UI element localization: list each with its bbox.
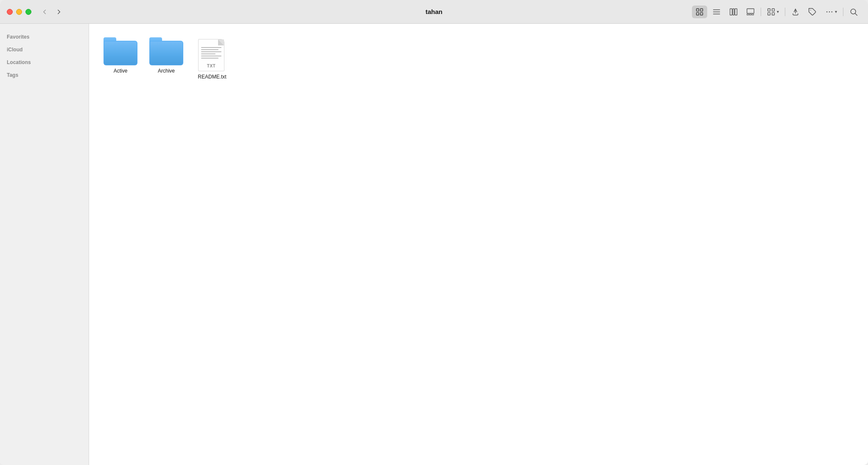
svg-rect-10 bbox=[747, 8, 754, 13]
list-icon bbox=[712, 8, 721, 16]
sidebar-section-icloud: iCloud bbox=[0, 45, 89, 54]
separator-3 bbox=[843, 8, 843, 16]
file-label-active: Active bbox=[114, 68, 128, 75]
svg-rect-16 bbox=[768, 12, 770, 15]
sidebar-section-favorites: Favorites bbox=[0, 32, 89, 42]
more-icon bbox=[825, 8, 834, 16]
main-area: Favorites iCloud Locations Tags Active bbox=[0, 24, 868, 465]
more-button[interactable]: ▾ bbox=[822, 6, 840, 18]
share-button[interactable] bbox=[788, 6, 803, 18]
file-label-readme: README.txt bbox=[198, 74, 226, 81]
svg-point-19 bbox=[829, 11, 830, 12]
svg-rect-2 bbox=[697, 12, 699, 15]
search-icon bbox=[849, 8, 858, 16]
share-icon bbox=[791, 8, 800, 16]
file-item-readme[interactable]: TXT README.txt bbox=[191, 34, 233, 84]
svg-point-20 bbox=[826, 11, 828, 12]
separator-2 bbox=[785, 8, 785, 16]
svg-rect-12 bbox=[750, 14, 751, 15]
txt-file-icon: TXT bbox=[198, 37, 226, 71]
folder-icon-active bbox=[104, 37, 137, 65]
gallery-icon bbox=[746, 8, 755, 16]
folder-icon-archive bbox=[149, 37, 183, 65]
nav-buttons bbox=[38, 6, 65, 17]
svg-rect-15 bbox=[772, 8, 775, 11]
list-view-button[interactable] bbox=[709, 6, 724, 18]
separator-1 bbox=[761, 8, 761, 16]
forward-button[interactable] bbox=[53, 6, 65, 17]
file-area: Active Archive bbox=[89, 24, 868, 465]
svg-line-23 bbox=[855, 13, 857, 15]
grid-icon bbox=[695, 8, 704, 16]
view-options-chevron: ▾ bbox=[777, 9, 779, 14]
columns-icon bbox=[729, 8, 738, 16]
svg-rect-14 bbox=[768, 8, 770, 11]
search-button[interactable] bbox=[846, 6, 861, 18]
svg-rect-13 bbox=[752, 14, 753, 15]
sidebar-section-tags: Tags bbox=[0, 70, 89, 80]
close-button[interactable] bbox=[7, 9, 13, 15]
columns-view-button[interactable] bbox=[726, 6, 741, 18]
more-chevron: ▾ bbox=[835, 9, 837, 14]
svg-rect-8 bbox=[733, 8, 734, 15]
svg-rect-17 bbox=[772, 12, 775, 15]
gallery-view-button[interactable] bbox=[743, 6, 758, 18]
chevron-right-icon bbox=[55, 8, 63, 16]
file-item-archive[interactable]: Archive bbox=[145, 34, 188, 84]
chevron-left-icon bbox=[41, 8, 48, 16]
svg-rect-7 bbox=[730, 8, 732, 15]
svg-point-21 bbox=[832, 11, 833, 12]
svg-rect-11 bbox=[747, 14, 749, 15]
back-button[interactable] bbox=[38, 6, 51, 17]
grid-view-button[interactable] bbox=[692, 6, 707, 18]
svg-rect-1 bbox=[700, 8, 703, 11]
traffic-lights bbox=[7, 9, 31, 15]
minimize-button[interactable] bbox=[16, 9, 22, 15]
titlebar: tahan bbox=[0, 0, 868, 24]
sidebar-section-locations: Locations bbox=[0, 58, 89, 67]
finder-window: tahan bbox=[0, 0, 868, 465]
tag-icon bbox=[808, 8, 817, 16]
file-label-archive: Archive bbox=[158, 68, 175, 75]
svg-rect-0 bbox=[697, 8, 699, 11]
file-item-active[interactable]: Active bbox=[99, 34, 142, 84]
txt-badge: TXT bbox=[207, 64, 216, 68]
svg-rect-9 bbox=[735, 8, 737, 15]
svg-rect-3 bbox=[700, 12, 703, 15]
maximize-button[interactable] bbox=[25, 9, 31, 15]
tag-button[interactable] bbox=[805, 6, 820, 18]
view-options-button[interactable]: ▾ bbox=[764, 6, 782, 18]
toolbar-right: ▾ bbox=[692, 6, 861, 18]
sidebar: Favorites iCloud Locations Tags bbox=[0, 24, 89, 465]
window-title: tahan bbox=[426, 8, 442, 15]
view-options-icon bbox=[767, 8, 776, 16]
